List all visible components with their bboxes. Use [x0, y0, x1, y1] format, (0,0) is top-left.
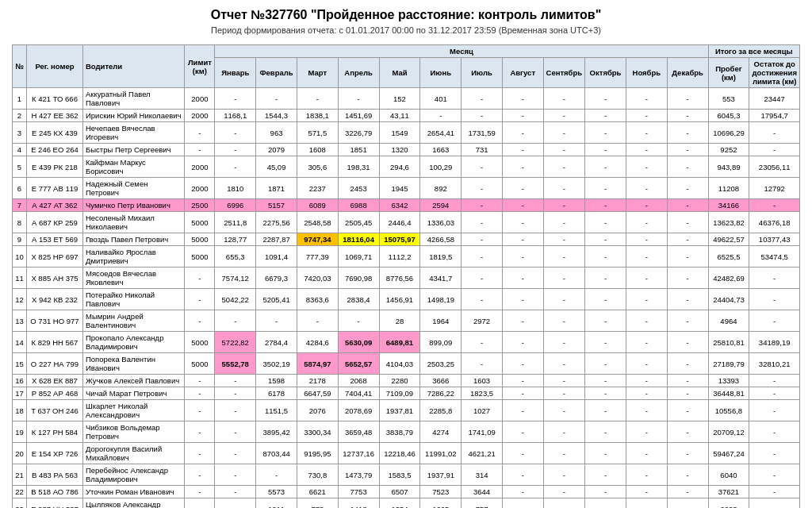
cell-month: 6621	[297, 486, 339, 498]
cell-month: -	[667, 212, 708, 233]
cell-reg: Т 637 ОН 246	[26, 400, 82, 421]
cell-month: 4274	[420, 421, 462, 443]
cell-month: -	[256, 310, 297, 332]
cell-month: -	[626, 443, 667, 464]
cell-month: 1456,91	[379, 289, 420, 310]
cell-month: 9747,34	[297, 233, 339, 246]
cell-month: 3659,48	[338, 421, 379, 443]
cell-month: -	[667, 267, 708, 289]
cell-month: -	[667, 110, 708, 122]
cell-month: -	[667, 233, 708, 246]
cell-month: -	[502, 289, 543, 310]
cell-month: -	[585, 498, 626, 509]
cell-no: 17	[13, 387, 27, 400]
cell-month: 2511,8	[215, 212, 256, 233]
cell-month: -	[626, 375, 667, 387]
cell-driver: Цылпяков Александр Александрович	[82, 498, 184, 509]
cell-month: -	[502, 212, 543, 233]
cell-driver: Уточкин Роман Иванович	[82, 486, 184, 498]
cell-month: 1544,3	[256, 110, 297, 122]
cell-no: 3	[13, 122, 27, 144]
cell-month: -	[626, 144, 667, 156]
cell-month: 7574,12	[215, 267, 256, 289]
cell-month: 305,6	[297, 156, 339, 178]
cell-remain: -	[749, 122, 800, 144]
cell-month: -	[543, 88, 585, 110]
cell-month: -	[626, 212, 667, 233]
cell-month: 1598	[256, 375, 297, 387]
cell-month: 1871	[256, 178, 297, 199]
cell-month: -	[215, 486, 256, 498]
th-month: Август	[502, 58, 543, 88]
cell-month: -	[543, 233, 585, 246]
cell-month: -	[215, 498, 256, 509]
cell-no: 6	[13, 178, 27, 199]
cell-month: 12737,16	[338, 443, 379, 464]
table-row: 12Х 942 КВ 232Потерайко Николай Павлович…	[13, 289, 800, 310]
cell-month: -	[215, 122, 256, 144]
cell-month: -	[585, 199, 626, 212]
cell-month: 892	[420, 178, 462, 199]
cell-month: -	[543, 375, 585, 387]
cell-month: 5573	[256, 486, 297, 498]
cell-month: -	[215, 88, 256, 110]
cell-remain: -	[749, 387, 800, 400]
cell-total: 24404,73	[708, 289, 749, 310]
cell-month: 1027	[462, 400, 503, 421]
cell-month: 11991,02	[420, 443, 462, 464]
cell-month: -	[215, 421, 256, 443]
cell-month: -	[502, 353, 543, 375]
cell-limit: -	[185, 498, 215, 509]
cell-month: -	[543, 122, 585, 144]
cell-month: 128,77	[215, 233, 256, 246]
cell-month: 1336,03	[420, 212, 462, 233]
cell-month: -	[667, 353, 708, 375]
table-row: 5Е 439 РК 218Кайфман Маркус Борисович200…	[13, 156, 800, 178]
cell-driver: Несоленый Михаил Николаевич	[82, 212, 184, 233]
cell-month: -	[626, 178, 667, 199]
cell-month: -	[215, 387, 256, 400]
report-period: Период формирования отчета: с 01.01.2017…	[12, 25, 800, 35]
cell-driver: Ирискин Юрий Николаевич	[82, 110, 184, 122]
cell-month: 2275,56	[256, 212, 297, 233]
main-table: № Рег. номер Водители Лимит (км) Месяц И…	[12, 44, 800, 508]
cell-month: 1011	[256, 498, 297, 509]
cell-month: 2446,4	[379, 212, 420, 233]
cell-reg: А 427 АТ 362	[26, 199, 82, 212]
cell-month: 6089	[297, 199, 339, 212]
cell-month: 5157	[256, 199, 297, 212]
th-month: Январь	[215, 58, 256, 88]
cell-month: -	[502, 310, 543, 332]
cell-month: 6988	[338, 199, 379, 212]
cell-reg: Х 942 КВ 232	[26, 289, 82, 310]
cell-reg: Е 837 НН 537	[26, 498, 82, 509]
cell-remain: -	[749, 421, 800, 443]
cell-month: -	[585, 332, 626, 353]
cell-month: 1603	[462, 375, 503, 387]
cell-reg: Е 246 ЕО 264	[26, 144, 82, 156]
cell-month: -	[502, 199, 543, 212]
cell-month: 7523	[420, 486, 462, 498]
cell-total: 42482,69	[708, 267, 749, 289]
cell-month: -	[502, 246, 543, 267]
cell-month: 2076	[297, 400, 339, 421]
cell-no: 9	[13, 233, 27, 246]
cell-no: 7	[13, 199, 27, 212]
cell-month: 2078,69	[338, 400, 379, 421]
cell-month: -	[585, 443, 626, 464]
cell-no: 5	[13, 156, 27, 178]
cell-month: -	[462, 178, 503, 199]
cell-month: 5722,82	[215, 332, 256, 353]
th-month: Апрель	[338, 58, 379, 88]
cell-month: 1945	[379, 178, 420, 199]
cell-remain: 12792	[749, 178, 800, 199]
cell-month: 1418	[338, 498, 379, 509]
cell-month: 7690,98	[338, 267, 379, 289]
cell-month: 2503,25	[420, 353, 462, 375]
cell-month: 777,39	[297, 246, 339, 267]
cell-month: -	[462, 212, 503, 233]
cell-reg: К 127 РН 584	[26, 421, 82, 443]
cell-month: -	[462, 332, 503, 353]
cell-total: 553	[708, 88, 749, 110]
th-month-group: Месяц	[215, 45, 708, 58]
